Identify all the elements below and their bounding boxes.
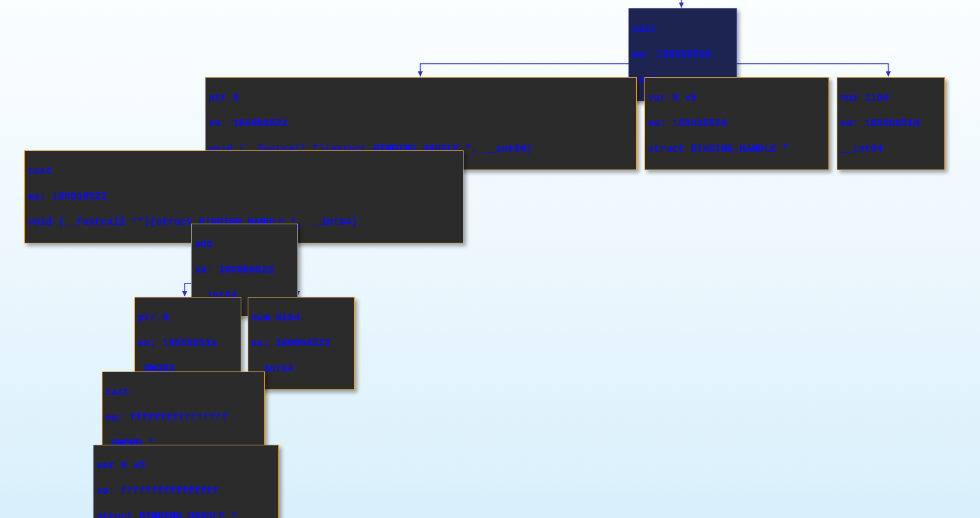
node-line: cast <box>105 386 262 399</box>
node-line: ea: 1800b851d <box>840 117 942 130</box>
node-line: ea: 1800b851a <box>138 337 238 350</box>
node-line: add <box>194 238 295 251</box>
node-line: __int64 <box>251 363 352 375</box>
node-line: ea: ffffffffffffffff <box>105 412 262 424</box>
node-line: num 1i64 <box>840 92 942 104</box>
node-var-1[interactable]: var.8 v5 ea: 1800b8526 struct BINDING_HA… <box>644 77 829 170</box>
node-num-1[interactable]: num 1i64 ea: 1800b851d __int64 <box>837 77 945 170</box>
node-line: struct BINDING_HANDLE * <box>96 510 276 518</box>
node-line: ea: 1800b8522 <box>27 191 460 203</box>
node-line: var.8 v5 <box>96 459 276 472</box>
node-line: ea: 1800b8526 <box>648 117 826 130</box>
node-line: ea: 1800b8522 <box>208 117 634 130</box>
node-line: cast <box>27 165 460 178</box>
node-line: struct BINDING_HANDLE * <box>648 143 826 155</box>
node-line: var.8 v5 <box>648 92 826 104</box>
node-line: ptr.8 <box>208 92 634 104</box>
node-line: num 8i64 <box>251 312 352 324</box>
node-line: __int64 <box>840 143 942 155</box>
node-line: ea: 1800b8522 <box>251 337 352 350</box>
graph-canvas[interactable]: { "nodes": { "call": { "l1":"call", "l2"… <box>0 0 980 518</box>
node-line: ptr.8 <box>138 312 238 324</box>
node-line: ea: 1800b8522 <box>194 264 295 277</box>
node-line: ea: ffffffffffffffff <box>96 485 276 498</box>
node-var-2[interactable]: var.8 v5 ea: ffffffffffffffff struct BIN… <box>93 445 279 518</box>
node-line: ea: 1800b8529 <box>632 48 734 61</box>
node-line: call <box>632 23 734 36</box>
